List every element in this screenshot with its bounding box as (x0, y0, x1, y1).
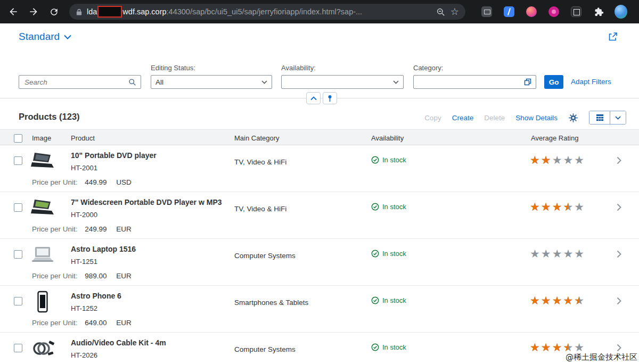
extension-icon-2[interactable] (503, 5, 515, 18)
browser-toolbar: lda wdf.sap.corp :44300/sap/bc/ui5_ui5/s… (0, 0, 639, 23)
product-id: HT-2000 (71, 211, 97, 219)
rating-star-icon: ★ (563, 153, 573, 167)
row-navigation-chevron-icon[interactable] (617, 203, 621, 213)
category-input[interactable] (413, 75, 536, 89)
row-navigation-chevron-icon[interactable] (617, 156, 621, 167)
chevron-up-icon (310, 96, 317, 101)
extensions-puzzle-icon[interactable] (592, 5, 605, 18)
product-name: Astro Laptop 1516 (71, 245, 136, 253)
export-menu-chevron-icon[interactable] (610, 111, 626, 124)
rating-star-icon: ★★ (541, 153, 551, 167)
chevron-down-icon (393, 80, 399, 84)
copy-button[interactable]: Copy (424, 114, 441, 122)
chevron-down-icon (64, 35, 71, 39)
table-row[interactable]: 7" Widescreen Portable DVD Player w MP3 … (0, 192, 639, 239)
in-stock-check-icon (371, 156, 379, 164)
rating-star-icon: ★ (541, 247, 551, 260)
table-toolbar: Copy Create Delete Show Details (424, 110, 626, 126)
rating-star-icon: ★★ (552, 294, 562, 307)
show-details-button[interactable]: Show Details (515, 114, 558, 122)
go-button[interactable]: Go (544, 75, 563, 89)
extension-icon-3[interactable] (525, 5, 538, 18)
editing-status-value: All (155, 78, 163, 86)
pin-filter-bar-button[interactable] (323, 92, 337, 104)
editing-status-select[interactable]: All (151, 75, 272, 89)
variant-selector[interactable]: Standard (19, 31, 71, 43)
address-bar[interactable]: lda wdf.sap.corp :44300/sap/bc/ui5_ui5/s… (69, 4, 465, 20)
column-header-main-category[interactable]: Main Category (234, 134, 280, 142)
availability-cell: In stock (371, 296, 406, 304)
variant-title: Standard (19, 31, 60, 43)
pin-icon (326, 95, 333, 102)
rating-star-icon: ★★ (530, 294, 540, 307)
row-navigation-chevron-icon[interactable] (617, 297, 621, 307)
column-header-image[interactable]: Image (32, 134, 51, 142)
price-value: 449.99 (85, 178, 106, 186)
availability-select[interactable] (281, 75, 404, 89)
row-checkbox[interactable] (14, 250, 22, 259)
delete-button[interactable]: Delete (484, 114, 505, 122)
column-header-product[interactable]: Product (71, 134, 95, 142)
zoom-icon[interactable] (436, 7, 445, 16)
row-navigation-chevron-icon[interactable] (617, 250, 621, 260)
rating-star-icon: ★★ (552, 341, 562, 354)
rating-star-icon: ★ (574, 247, 584, 260)
row-checkbox[interactable] (14, 297, 22, 305)
rating-star-icon: ★★ (552, 200, 562, 213)
rating-stars: ★★★★★ (530, 247, 585, 260)
table-rows: 10" Portable DVD player HT-2001 TV, Vide… (0, 145, 639, 364)
product-category: TV, Video & HiFi (234, 205, 286, 213)
extension-icon-4[interactable] (547, 5, 560, 18)
row-checkbox[interactable] (14, 156, 22, 165)
search-input[interactable] (23, 78, 128, 87)
availability-cell: In stock (371, 250, 406, 258)
bookmark-star-icon[interactable]: ☆ (450, 7, 459, 16)
profile-avatar[interactable] (615, 5, 627, 18)
product-name: 10" Portable DVD player (71, 151, 157, 160)
column-header-availability[interactable]: Availability (371, 134, 404, 142)
availability-cell: In stock (371, 343, 406, 351)
back-icon[interactable] (3, 2, 23, 21)
adapt-filters-link[interactable]: Adapt Filters (571, 78, 611, 86)
product-image (29, 290, 56, 313)
extension-icon-5[interactable] (570, 5, 583, 18)
settings-gear-icon[interactable] (568, 113, 578, 123)
product-image (29, 337, 56, 360)
row-checkbox[interactable] (14, 344, 22, 352)
share-icon[interactable] (608, 32, 618, 44)
forward-icon[interactable] (23, 2, 44, 21)
reload-icon[interactable] (44, 2, 64, 21)
row-checkbox[interactable] (14, 203, 22, 212)
availability-text: In stock (382, 156, 406, 164)
search-icon[interactable] (128, 78, 136, 86)
table-row[interactable]: Astro Phone 6 HT-1252 Smartphones & Tabl… (0, 286, 639, 333)
product-id: HT-2026 (71, 351, 97, 359)
price-currency: EUR (116, 225, 132, 233)
create-button[interactable]: Create (452, 114, 474, 122)
in-stock-check-icon (371, 296, 379, 304)
availability-cell: In stock (371, 203, 406, 211)
availability-text: In stock (382, 343, 406, 351)
value-help-icon[interactable] (524, 78, 531, 86)
url-text: lda wdf.sap.corp :44300/sap/bc/ui5_ui5/s… (87, 6, 431, 18)
export-spreadsheet-icon[interactable] (589, 111, 610, 124)
price-currency: EUR (116, 319, 132, 327)
rating-stars: ★★★★★★★★★★ (530, 294, 585, 307)
collapse-filter-bar-button[interactable] (306, 92, 321, 104)
rating-star-icon: ★ (574, 153, 584, 167)
extension-icon-1[interactable] (480, 5, 493, 18)
rating-star-icon: ★★ (541, 294, 551, 307)
table-row[interactable]: Audio/Video Cable Kit - 4m HT-2026 Compu… (0, 333, 639, 364)
price-value: 649.00 (85, 319, 106, 327)
table-row[interactable]: 10" Portable DVD player HT-2001 TV, Vide… (0, 145, 639, 192)
availability-text: In stock (382, 250, 406, 258)
availability-text: In stock (382, 296, 406, 304)
product-id: HT-1251 (71, 258, 97, 266)
search-field[interactable] (19, 75, 141, 89)
in-stock-check-icon (371, 343, 379, 351)
column-header-average-rating[interactable]: Average Rating (531, 134, 578, 142)
availability-cell: In stock (371, 156, 406, 164)
table-row[interactable]: Astro Laptop 1516 HT-1251 Computer Syste… (0, 239, 639, 286)
select-all-checkbox[interactable] (14, 134, 22, 143)
rating-star-icon: ★★ (530, 200, 540, 213)
